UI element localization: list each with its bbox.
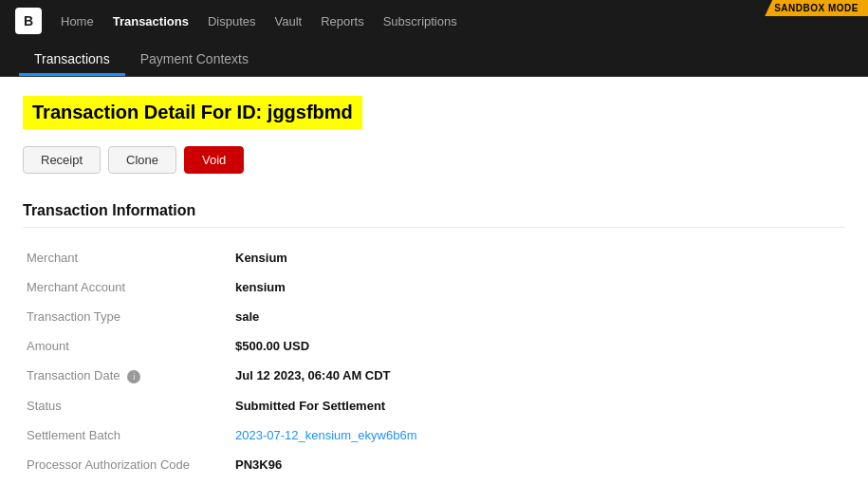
field-value-merchant: Kensium	[231, 243, 845, 272]
field-label-status: Status	[23, 391, 231, 420]
sandbox-badge: SANDBOX MODE	[765, 0, 868, 16]
field-value-transaction-date: Jul 12 2023, 06:40 AM CDT	[231, 361, 845, 391]
field-value-merchant-account: kensium	[231, 272, 845, 302]
field-value-amount: $500.00 USD	[231, 331, 845, 361]
action-buttons: Receipt Clone Void	[23, 146, 845, 174]
field-label-merchant: Merchant	[23, 243, 231, 272]
field-value-processor-auth-code: PN3K96	[231, 450, 845, 479]
page-title: Transaction Detail For ID: jggsfbmd	[23, 96, 362, 129]
field-label-merchant-account: Merchant Account	[23, 272, 231, 302]
nav-link-disputes[interactable]: Disputes	[208, 14, 256, 28]
nav-item-reports[interactable]: Reports	[321, 12, 364, 29]
main-content: Transaction Detail For ID: jggsfbmd Rece…	[0, 77, 868, 485]
nav-link-subscriptions[interactable]: Subscriptions	[383, 14, 457, 28]
nav-item-disputes[interactable]: Disputes	[208, 12, 256, 29]
field-value-status: Submitted For Settlement	[231, 391, 845, 420]
nav-item-subscriptions[interactable]: Subscriptions	[383, 12, 457, 29]
nav-item-vault[interactable]: Vault	[274, 12, 302, 29]
table-row: Amount $500.00 USD	[23, 331, 845, 361]
sub-nav: Transactions Payment Contexts	[0, 42, 868, 77]
nav-link-vault[interactable]: Vault	[274, 14, 302, 28]
settlement-batch-link[interactable]: 2023-07-12_kensium_ekyw6b6m	[235, 428, 417, 442]
table-row: Processor Authorization Code PN3K96	[23, 450, 845, 479]
table-row: Status Submitted For Settlement	[23, 391, 845, 420]
field-value-transaction-type: sale	[231, 302, 845, 331]
field-value-settlement-batch[interactable]: 2023-07-12_kensium_ekyw6b6m	[231, 420, 845, 450]
section-heading: Transaction Information	[23, 202, 845, 228]
field-label-processor-auth-code: Processor Authorization Code	[23, 450, 231, 479]
tab-transactions[interactable]: Transactions	[19, 42, 125, 76]
nav-link-transactions[interactable]: Transactions	[113, 14, 189, 28]
info-table: Merchant Kensium Merchant Account kensiu…	[23, 243, 845, 479]
field-label-transaction-type: Transaction Type	[23, 302, 231, 331]
field-label-settlement-batch: Settlement Batch	[23, 420, 231, 450]
nav-link-home[interactable]: Home	[61, 14, 94, 28]
nav-link-reports[interactable]: Reports	[321, 14, 364, 28]
field-label-transaction-date: Transaction Date i	[23, 361, 231, 391]
void-button[interactable]: Void	[184, 146, 244, 174]
info-icon: i	[127, 370, 140, 383]
table-row: Transaction Date i Jul 12 2023, 06:40 AM…	[23, 361, 845, 391]
top-nav: B Home Transactions Disputes Vault Repor…	[0, 0, 868, 42]
table-row: Merchant Account kensium	[23, 272, 845, 302]
transaction-info-section: Transaction Information Merchant Kensium…	[23, 202, 845, 479]
nav-links: Home Transactions Disputes Vault Reports…	[61, 12, 457, 29]
clone-button[interactable]: Clone	[108, 146, 176, 174]
nav-item-home[interactable]: Home	[61, 12, 94, 29]
table-row: Settlement Batch 2023-07-12_kensium_ekyw…	[23, 420, 845, 450]
table-row: Merchant Kensium	[23, 243, 845, 272]
tab-payment-contexts[interactable]: Payment Contexts	[125, 42, 264, 76]
nav-item-transactions[interactable]: Transactions	[113, 12, 189, 29]
logo: B	[15, 8, 42, 34]
receipt-button[interactable]: Receipt	[23, 146, 101, 174]
table-row: Transaction Type sale	[23, 302, 845, 331]
field-label-amount: Amount	[23, 331, 231, 361]
